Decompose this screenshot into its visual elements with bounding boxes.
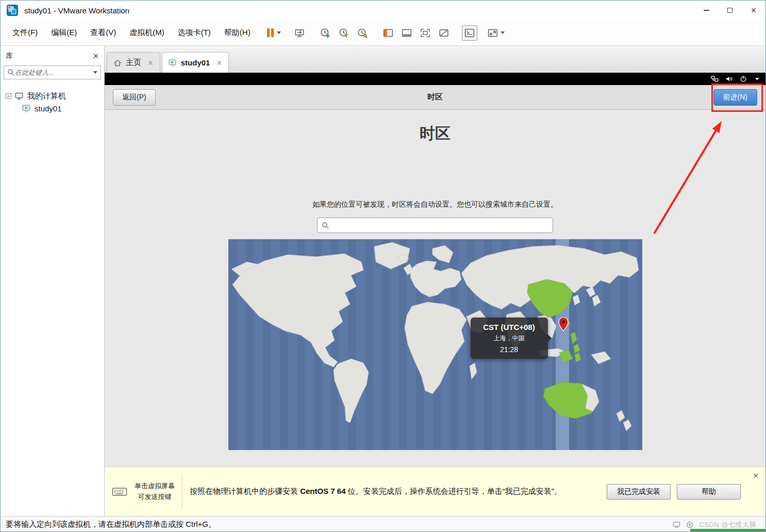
forward-button[interactable]: 前进(N) <box>713 89 757 106</box>
tooltip-city: 上海，中国 <box>474 334 545 343</box>
tooltip-timezone: CST (UTC+08) <box>474 323 545 331</box>
taskbar-sliver <box>690 529 765 531</box>
fullscreen-icon <box>488 28 498 38</box>
hint-divider <box>182 476 182 508</box>
fit-guest-icon <box>420 28 430 38</box>
toolbar <box>264 25 506 41</box>
fit-guest-button[interactable] <box>418 25 433 41</box>
world-map[interactable] <box>228 239 642 450</box>
minimize-icon <box>704 10 709 11</box>
back-button[interactable]: 返回(P) <box>113 89 156 106</box>
window-controls: × <box>694 1 765 20</box>
library-search-box[interactable] <box>4 65 101 79</box>
send-ctrl-alt-del-button[interactable] <box>292 25 307 41</box>
home-icon <box>113 59 122 67</box>
location-pin-icon <box>559 318 568 331</box>
search-icon <box>322 222 329 229</box>
timezone-map[interactable]: CST (UTC+08) 上海，中国 21:28 <box>228 239 642 450</box>
help-button[interactable]: 帮助 <box>677 484 741 500</box>
maximize-button[interactable] <box>718 1 742 20</box>
tooltip-time: 21:28 <box>474 345 545 354</box>
library-tree: 我的计算机 study01 <box>1 82 104 122</box>
guest-menu-caret-icon[interactable] <box>755 78 759 80</box>
collapse-icon[interactable] <box>6 93 11 99</box>
window-title: study01 - VMware Workstation <box>24 6 129 15</box>
watermark-text: CSDN @七维大脑 <box>699 520 756 529</box>
hint-left-text: 单击虚拟屏幕 可发送按键 <box>135 481 175 503</box>
show-thumbnail-bar-button[interactable] <box>399 25 414 41</box>
fullscreen-dropdown-caret-icon[interactable] <box>501 31 505 34</box>
status-message: 要将输入定向到该虚拟机，请在虚拟机内部单击或按 Ctrl+G。 <box>6 520 216 529</box>
instruction-text: 如果您的位置可被发现，时区将会自动设置。您也可以搜索城市来自己设置。 <box>312 200 558 209</box>
keyboard-icon <box>112 486 127 498</box>
status-bar: 要将输入定向到该虚拟机，请在虚拟机内部单击或按 Ctrl+G。 CSDN @七维… <box>1 516 765 532</box>
menu-view[interactable]: 查看(V) <box>84 24 123 41</box>
vm-icon <box>169 59 177 67</box>
menu-bar: 文件(F) 编辑(E) 查看(V) 虚拟机(M) 选项卡(T) 帮助(H) <box>1 20 765 46</box>
pause-icon <box>267 28 270 37</box>
tree-item-study01[interactable]: study01 <box>5 103 100 114</box>
title-bar: study01 - VMware Workstation × <box>1 1 765 20</box>
library-search-input[interactable] <box>15 69 91 76</box>
library-close-icon[interactable]: ✕ <box>92 52 99 61</box>
hint-close-icon[interactable]: ✕ <box>751 471 760 480</box>
hint-bar: 单击虚拟屏幕 可发送按键 按照在物理计算机中的步骤安装 CentOS 7 64 … <box>105 467 765 516</box>
show-library-button[interactable] <box>380 25 396 41</box>
take-snapshot-button[interactable] <box>318 25 333 41</box>
network-icon <box>711 75 719 82</box>
minimize-button[interactable] <box>694 1 718 20</box>
close-button[interactable]: × <box>742 1 765 20</box>
tab-close-icon[interactable]: ✕ <box>147 59 154 67</box>
tab-home[interactable]: 主页 ✕ <box>107 52 160 73</box>
maximize-icon <box>727 8 732 13</box>
console-view-icon <box>464 28 475 38</box>
finished-installing-button[interactable]: 我已完成安装 <box>607 484 671 500</box>
search-icon <box>7 69 15 76</box>
tree-item-label: study01 <box>35 104 62 113</box>
guest-top-bar <box>105 73 765 85</box>
tab-label: study01 <box>181 58 210 67</box>
menu-tabs[interactable]: 选项卡(T) <box>171 24 218 41</box>
revert-snapshot-icon <box>339 28 349 38</box>
close-icon: × <box>751 6 757 15</box>
installer-header-title: 时区 <box>105 92 765 102</box>
page-title: 时区 <box>420 123 451 144</box>
timezone-search-box[interactable] <box>317 218 553 233</box>
tab-label: 主页 <box>126 58 141 68</box>
installer-header: 时区 返回(P) 前进(N) <box>105 85 765 110</box>
library-title: 库 <box>6 52 13 61</box>
pause-vm-button[interactable] <box>266 25 281 41</box>
vmware-logo-icon <box>7 5 18 16</box>
timezone-search-input[interactable] <box>333 221 548 229</box>
library-panel: 库 ✕ 我的计算机 <box>1 46 105 516</box>
tab-close-icon[interactable]: ✕ <box>216 59 222 67</box>
manage-snapshots-button[interactable] <box>355 25 370 41</box>
autofit-guest-icon <box>439 28 449 38</box>
hint-message: 按照在物理计算机中的步骤安装 CentOS 7 64 位。安装完成后，操作系统会… <box>190 485 562 498</box>
fullscreen-button[interactable] <box>488 25 505 41</box>
power-icon <box>740 75 747 82</box>
revert-snapshot-button[interactable] <box>336 25 352 41</box>
pause-dropdown-caret-icon[interactable] <box>277 31 281 34</box>
vm-icon <box>22 104 31 113</box>
status-notify-icon[interactable] <box>686 521 693 528</box>
menu-vm[interactable]: 虚拟机(M) <box>123 24 171 41</box>
tab-strip: 主页 ✕ study01 ✕ <box>105 46 765 73</box>
timezone-tooltip: CST (UTC+08) 上海，中国 21:28 <box>471 318 548 359</box>
menu-edit[interactable]: 编辑(E) <box>44 24 84 41</box>
vm-console[interactable]: 时区 返回(P) 前进(N) 时区 如果您的位置可被发现，时区将会自动设置。您也… <box>105 73 765 467</box>
autofit-guest-button[interactable] <box>436 25 452 41</box>
installer-body: 时区 如果您的位置可被发现，时区将会自动设置。您也可以搜索城市来自己设置。 <box>105 110 765 467</box>
tab-study01[interactable]: study01 ✕ <box>162 52 229 73</box>
volume-icon <box>725 75 733 82</box>
computer-icon <box>15 92 24 101</box>
manage-snapshots-icon <box>357 28 368 38</box>
show-thumbnail-bar-icon <box>402 28 412 38</box>
search-dropdown-caret-icon[interactable] <box>93 71 97 74</box>
status-device-icon[interactable] <box>673 521 680 528</box>
show-library-icon <box>383 28 393 38</box>
console-view-button[interactable] <box>462 25 477 41</box>
menu-file[interactable]: 文件(F) <box>6 24 44 41</box>
menu-help[interactable]: 帮助(H) <box>218 24 257 41</box>
tree-item-my-computer[interactable]: 我的计算机 <box>5 90 100 103</box>
